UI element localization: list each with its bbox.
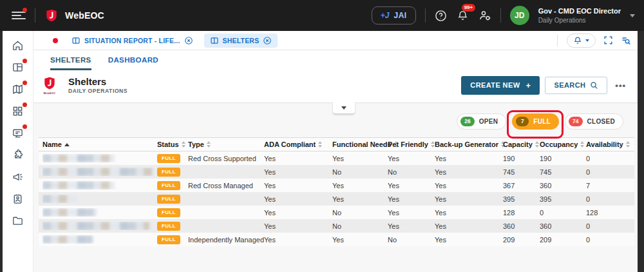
cell-availability: 0	[586, 222, 639, 230]
filter-chip-full[interactable]: 7FULL	[512, 113, 559, 130]
close-icon[interactable]	[263, 36, 272, 45]
sidebar-item-apps[interactable]	[8, 104, 28, 117]
list-search-icon[interactable]	[621, 35, 631, 46]
cell-backup-generator: Yes	[435, 195, 503, 203]
sidebar-item-monitor[interactable]	[8, 126, 28, 139]
app-window: WebEOC +J JAI 99+ JD Gov - CMD EOC Direc…	[0, 0, 644, 272]
sort-icon	[535, 141, 539, 148]
status-badge: FULL	[157, 195, 180, 204]
cell-occupancy: 360	[540, 182, 586, 189]
column-label: Back-up Generator	[435, 141, 498, 148]
top-bar: WebEOC +J JAI 99+ JD Gov - CMD EOC Direc…	[0, 0, 644, 31]
user-menu-caret-icon[interactable]	[630, 14, 635, 17]
filter-chip-open[interactable]: 26OPEN	[457, 113, 506, 130]
cell-capacity: 360	[503, 222, 540, 230]
cell-functional-needs: Yes	[332, 155, 388, 162]
column-header-capacity[interactable]: Capacity	[503, 141, 540, 148]
divider	[557, 35, 558, 46]
notifications-bell-icon[interactable]: 99+	[457, 9, 469, 22]
fullscreen-icon[interactable]	[603, 35, 613, 45]
column-label: Occupancy	[540, 141, 578, 148]
brand-name: WebEOC	[65, 10, 104, 21]
search-button[interactable]: SEARCH	[545, 77, 607, 94]
sidebar-collapse-icon[interactable]	[12, 10, 26, 21]
cell-functional-needs: No	[332, 209, 388, 217]
brand: WebEOC	[44, 8, 104, 23]
tab-label: SITUATION REPORT - LIFE...	[84, 37, 180, 44]
cell-status: FULL	[157, 153, 188, 163]
close-icon[interactable]	[184, 36, 193, 45]
sidebar-item-home[interactable]	[8, 39, 28, 52]
table-row: FULLYesYesYesYes3953950•••	[39, 192, 634, 206]
column-label: Capacity	[503, 141, 533, 148]
cell-occupancy: 745	[540, 168, 586, 176]
column-label: Name	[43, 141, 62, 148]
column-header-occupancy[interactable]: Occupancy	[540, 141, 586, 148]
cell-occupancy: 209	[540, 236, 586, 244]
table-header-row: NameStatusTypeADA CompliantFunctional Ne…	[39, 137, 634, 151]
sidebar-item-megaphone[interactable]	[8, 170, 28, 183]
column-header-back-up-generator[interactable]: Back-up Generator	[435, 141, 503, 148]
sort-icon	[626, 141, 630, 148]
redacted-name	[43, 222, 149, 230]
column-label: ADA Compliant	[264, 141, 316, 148]
filter-count-badge: 7	[516, 117, 529, 126]
sidebar-item-puzzle[interactable]	[8, 148, 28, 161]
jai-button[interactable]: +J JAI	[372, 6, 416, 24]
column-label: Availability	[586, 141, 623, 148]
filter-label: CLOSED	[587, 118, 615, 125]
sidebar-item-board[interactable]	[8, 61, 28, 73]
avatar[interactable]: JD	[510, 6, 529, 25]
column-header-name[interactable]: Name	[43, 141, 157, 148]
column-header-pet-friendly[interactable]: Pet Friendly	[388, 141, 435, 148]
alert-badge	[23, 81, 27, 85]
sort-icon	[207, 141, 211, 148]
cell-ada-compliant: Yes	[264, 236, 332, 244]
cell-name	[43, 208, 157, 217]
cell-pet-friendly: No	[388, 168, 435, 176]
user-name: Gov - CMD EOC Director	[538, 6, 621, 15]
more-options-icon[interactable]: •••	[612, 81, 629, 90]
cell-backup-generator: Yes	[435, 155, 503, 162]
collapse-header-toggle[interactable]	[333, 102, 355, 113]
alerts-bell-dropdown[interactable]	[567, 34, 596, 48]
filter-label: OPEN	[479, 118, 498, 125]
cell-functional-needs: Yes	[332, 236, 388, 244]
filter-count-badge: 26	[460, 117, 474, 126]
board-header: SHELTERSDASHBOARD WebEOC Shelters DAILY …	[33, 50, 638, 103]
cell-capacity: 745	[503, 168, 540, 176]
help-icon[interactable]	[435, 9, 448, 22]
cell-availability: 0	[586, 155, 639, 162]
column-header-status[interactable]: Status	[157, 141, 188, 148]
sidebar-item-contact-card[interactable]	[8, 192, 28, 205]
column-header-functional-needs[interactable]: Functional Needs	[332, 141, 388, 148]
column-label: Functional Needs	[332, 141, 392, 148]
create-new-button[interactable]: CREATE NEW +	[461, 76, 540, 95]
cell-ada-compliant: Yes	[264, 222, 332, 230]
column-header-type[interactable]: Type	[188, 141, 264, 148]
cell-occupancy: 190	[540, 155, 586, 162]
table-row: FULLRed Cross ManagedYesYesYesYes3673607…	[39, 179, 634, 192]
cell-status: FULL	[157, 208, 188, 217]
column-header-ada-compliant[interactable]: ADA Compliant	[264, 141, 332, 148]
tab-dashboard[interactable]: DASHBOARD	[108, 56, 158, 70]
board-tab-shelters[interactable]: SHELTERS	[204, 34, 278, 48]
sidebar-item-folder[interactable]	[8, 214, 28, 227]
board-tab-situation-report-life[interactable]: SITUATION REPORT - LIFE...	[66, 34, 199, 48]
webeoc-shield-icon	[43, 75, 57, 91]
redacted-name	[43, 154, 115, 162]
status-badge: FULL	[157, 222, 180, 231]
page-title: Shelters	[68, 76, 128, 88]
puzzle-icon	[12, 149, 24, 161]
cell-pet-friendly: No	[388, 236, 435, 244]
alert-badge	[23, 124, 27, 129]
filter-chip-closed[interactable]: 74CLOSED	[565, 113, 623, 130]
cell-pet-friendly: Yes	[388, 209, 435, 217]
map-icon	[12, 83, 24, 95]
user-settings-icon[interactable]	[478, 9, 491, 22]
shelters-table: NameStatusTypeADA CompliantFunctional Ne…	[39, 137, 634, 246]
cell-status: FULL	[157, 180, 188, 190]
tab-shelters[interactable]: SHELTERS	[50, 56, 91, 70]
sidebar-item-map[interactable]	[8, 83, 28, 95]
column-header-availability[interactable]: Availability	[586, 141, 639, 148]
